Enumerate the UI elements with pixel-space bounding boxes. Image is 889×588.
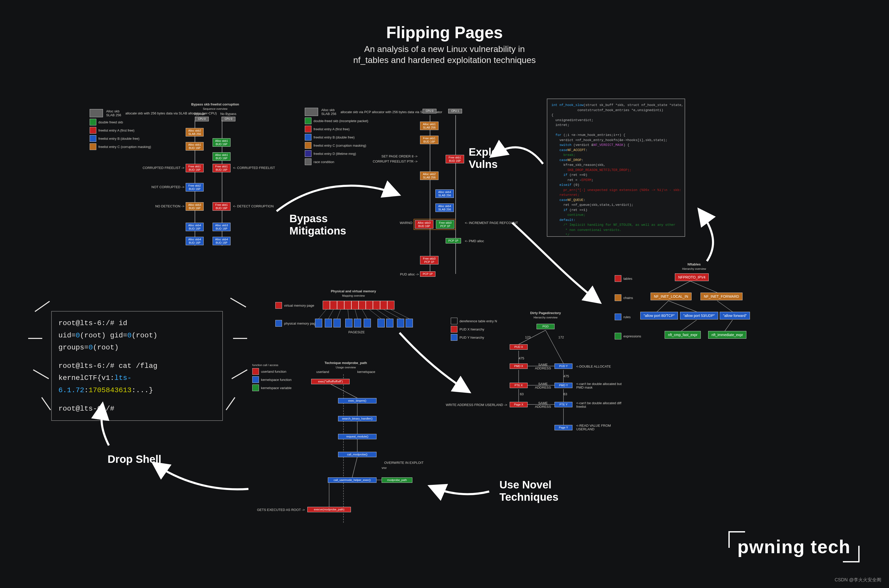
dirty-title: Dirty Pagedirectory xyxy=(520,311,571,315)
spark-line xyxy=(233,338,247,339)
nf-e2: nft_immediate_expr xyxy=(708,331,746,339)
dirty-sub: Hierarchy overview xyxy=(520,316,571,319)
seq2-a2: Free skb1BUD 16P xyxy=(420,136,438,144)
nf-r1: "allow port 80/TCP" xyxy=(640,312,678,320)
subtitle-line-2: nf_tables and hardened exploitation tech… xyxy=(353,55,536,65)
nf-l-chains: chains xyxy=(615,294,633,301)
svg-line-22 xyxy=(355,309,357,319)
seq1-ann3r: <- DETECT CORRUPTION xyxy=(233,204,273,208)
legend-1-item-4: freelist entry C (corruption masking) xyxy=(98,145,151,149)
seq1-ann2: NOT CORRUPTED -> xyxy=(142,185,185,189)
mp-n1: exec("\xff\xff\xff\xff") xyxy=(311,379,350,384)
seq2-pcp1: PCP 1P xyxy=(446,238,461,243)
phase-arrows xyxy=(0,0,889,588)
mp-n3: search_binary_handler() xyxy=(338,416,377,422)
seq1-ann1: CORRUPTED FREELIST -> xyxy=(142,166,185,170)
spark-line xyxy=(33,369,49,379)
seq1-l6: Alloc skb4BUD 16P xyxy=(186,223,204,231)
deref-i2: PUD Y hierarchy xyxy=(460,336,484,339)
nf-r3: "allow forward" xyxy=(720,312,750,320)
nf-l-tables: tables xyxy=(615,275,632,282)
seq-1-header: Bypass skb freelist corruption Sequence … xyxy=(177,102,254,122)
phase-drop: Drop Shell xyxy=(108,453,161,465)
spark-line xyxy=(230,298,246,308)
deref-ann: dereference table entry N xyxy=(460,319,497,323)
spark-line xyxy=(226,397,235,410)
dirty-v1: 123 xyxy=(525,335,531,339)
code-snippet: int nf_hook_slow(struct sk_buff *skb, st… xyxy=(547,99,685,237)
seq-1-col-nobypass: No Bypass xyxy=(220,112,236,116)
seq1-ann3: NO DETECTION -> xyxy=(142,204,185,208)
deref-legend: dereference table entry N PUD X hierarch… xyxy=(451,316,510,342)
swatch-green xyxy=(90,119,96,125)
phase-novel: Use NovelTechniques xyxy=(499,479,559,503)
modprobe-col2: kernelspace xyxy=(357,370,375,374)
svg-line-5 xyxy=(681,320,697,331)
dirty-pagey: Page Y xyxy=(554,425,572,430)
seq2-pcp2: PCP 1P xyxy=(420,272,435,277)
mem-leg1-row: virtual memory page xyxy=(275,302,314,309)
svg-line-3 xyxy=(668,301,697,312)
term-line-2: uid=0(root) gid=0(root) groups=0(root) xyxy=(59,330,216,354)
modprobe-sub: Usage overview xyxy=(316,366,375,369)
mem-virt-row xyxy=(323,301,395,309)
legend-2-item-4: freelist entry C (corruption masking) xyxy=(314,144,366,147)
spark-line xyxy=(231,369,248,379)
dirty-v3l: 475 xyxy=(519,356,524,360)
seq-1-cpu0-b: CPU 0 xyxy=(222,117,235,122)
legend-2-item-2: freelist entry A (first free) xyxy=(314,127,350,131)
dirty-same3: SAME ADDRESS xyxy=(533,401,553,409)
nf-hdr: Nftables Hierarchy overview xyxy=(668,262,720,270)
l2-sw3 xyxy=(305,134,311,141)
seq2-setpage: SET PAGE ORDER 8 -> xyxy=(371,154,417,158)
deref-sw2 xyxy=(451,334,457,341)
seq2-a1: Alloc skb1SLAB 256 xyxy=(420,122,438,130)
fn-sw2 xyxy=(252,376,259,383)
mp-n2: exec_binprm() xyxy=(338,398,377,404)
seq1-l7: Alloc skb4BUD 16P xyxy=(186,237,204,245)
modprobe-title: Technique modprobe_path xyxy=(316,361,375,365)
svg-line-27 xyxy=(391,309,409,319)
dirty-cant1: <-can't be double allocated but PMD mask xyxy=(576,382,628,390)
seq1-l4: Free skb2BUD 16P xyxy=(186,183,204,192)
legend-2-header-2: allocate skb via PCP allocator with 256 … xyxy=(340,110,386,114)
l2-sw1 xyxy=(305,117,311,124)
seq-1-col-bypass: Bypass xyxy=(194,112,205,116)
seq2-w1: Alloc skb3BUD 16P xyxy=(415,220,433,229)
svg-line-2 xyxy=(657,301,668,312)
seq1-r6: Alloc skb3BUD 16P xyxy=(213,223,231,231)
modprobe-col1: userland xyxy=(316,370,329,374)
mp-over: OVERWRITE IN EXPLOIT xyxy=(384,461,423,465)
fn-i2: kernelspace function xyxy=(261,378,291,382)
svg-line-32 xyxy=(352,457,357,477)
svg-line-26 xyxy=(384,309,401,319)
fn-i3: kernelspace variable xyxy=(261,386,291,390)
mem-leg2-sw xyxy=(275,320,282,327)
seq1-ann1r: <- CORRUPTED FREELIST xyxy=(233,166,275,170)
nf-in: NF_INET_LOCAL_IN xyxy=(650,292,692,300)
mem-phys-row xyxy=(315,319,413,327)
svg-line-28 xyxy=(330,384,357,398)
mp-vvv: vvv xyxy=(381,466,387,470)
seq2-a4: Alloc skb4SLAB 256 xyxy=(435,189,454,198)
term-line-3: root@lts-6:/# cat /flag xyxy=(59,360,216,372)
dirty-dbl: <-DOUBLE ALLOCATE xyxy=(576,364,611,368)
term-line-5: root@lts-6:/# xyxy=(59,403,216,415)
mem-header: Physical and virtual memory Mapping over… xyxy=(319,289,388,297)
legend-2-item-5: freelist entry D (lifetime mng) xyxy=(314,152,356,156)
dirty-pgd: PGD xyxy=(536,324,554,329)
l2-sw4 xyxy=(305,142,311,149)
seq2-warno: WARNO xyxy=(398,221,412,225)
legend-2-header-swatch xyxy=(305,108,318,116)
svg-line-23 xyxy=(362,309,367,319)
nf-r2: "allow port 53/UDP" xyxy=(680,312,718,320)
page-title: Flipping Pages xyxy=(0,23,889,42)
swatch-blue xyxy=(90,135,96,142)
spark-line xyxy=(35,301,50,312)
nf-proto: NFPROTO_IPV4 xyxy=(675,273,709,281)
legend-2-header-1: Alloc skbSLAB 256 xyxy=(321,108,336,116)
dirty-same2: SAME ADDRESS xyxy=(533,382,553,390)
seq1-l2: Alloc skb1BUD 16P xyxy=(186,142,204,150)
svg-line-6 xyxy=(725,320,733,331)
fn-title: function call / access xyxy=(252,363,309,367)
